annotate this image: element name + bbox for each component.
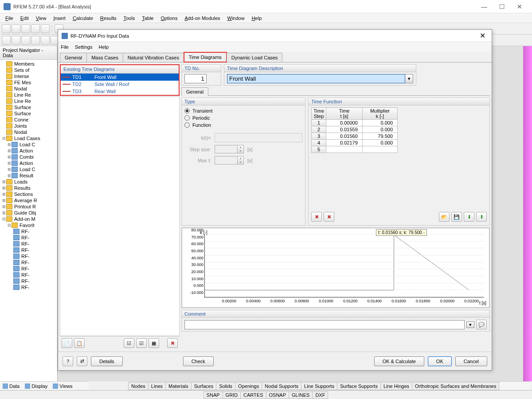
nav-item[interactable]: Line Re xyxy=(1,92,56,98)
subtab-general[interactable]: General xyxy=(181,87,208,96)
nav-load-cases[interactable]: ⊟Load Cases xyxy=(1,135,56,141)
nav-rf-item[interactable]: RF- xyxy=(1,235,56,241)
tf-save-icon[interactable]: 💾 xyxy=(451,212,462,222)
nav-rf-item[interactable]: RF- xyxy=(1,278,56,284)
comment-dropdown-icon[interactable]: ▾ xyxy=(466,321,474,328)
menu-edit[interactable]: Edit xyxy=(17,15,32,22)
radio-function[interactable]: Function xyxy=(184,121,302,129)
tf-delete-row-icon[interactable]: ✖ xyxy=(311,212,322,222)
nav-item[interactable]: Conne xyxy=(1,117,56,123)
td-no-input[interactable] xyxy=(184,74,207,83)
nav-item[interactable]: Surface xyxy=(1,104,56,110)
status-toggle[interactable]: OSNAP xyxy=(266,391,289,399)
nav-rf-item[interactable]: RF- xyxy=(1,228,56,235)
dmenu-settings[interactable]: Settings xyxy=(75,44,93,50)
comment-input[interactable] xyxy=(184,320,465,329)
bottom-tab[interactable]: Line Hinges xyxy=(380,382,412,390)
dmenu-file[interactable]: File xyxy=(61,44,69,50)
nav-rf-item[interactable]: RF- xyxy=(1,247,56,253)
nav-item[interactable]: Interse xyxy=(1,73,56,79)
tb2-icon[interactable] xyxy=(21,36,30,45)
tf-excel-export-icon[interactable]: ⬇ xyxy=(464,212,474,222)
nav-rf-item[interactable]: RF- xyxy=(1,272,56,278)
tf-row[interactable]: 30.0156079.500 xyxy=(312,133,398,140)
nav-addon[interactable]: ⊟Add-on M xyxy=(1,216,56,222)
navtab-views[interactable]: Views xyxy=(50,383,75,390)
bottom-tab[interactable]: Lines xyxy=(148,382,166,390)
navtab-data[interactable]: Data xyxy=(0,383,22,390)
checkall-icon[interactable]: ☑ xyxy=(136,338,147,348)
td-list-row[interactable]: TD3Rear Wall xyxy=(61,88,179,95)
bottom-tab[interactable]: Materials xyxy=(165,382,192,390)
nav-item[interactable]: Nodal xyxy=(1,129,56,135)
nav-item[interactable]: Line Re xyxy=(1,98,56,104)
navtab-display[interactable]: Display xyxy=(22,383,50,390)
tab-dyn-load[interactable]: Dynamic Load Cases xyxy=(227,53,283,62)
tb2-icon[interactable] xyxy=(12,36,20,45)
menu-window[interactable]: Window xyxy=(224,15,248,22)
bottom-tab[interactable]: Surfaces xyxy=(191,382,216,390)
menu-table[interactable]: Table xyxy=(138,15,157,22)
menu-view[interactable]: View xyxy=(32,15,50,22)
nav-item[interactable]: ⊞Load C xyxy=(1,166,56,172)
delete-icon[interactable]: ✖ xyxy=(167,338,178,348)
menu-options[interactable]: Options xyxy=(157,15,181,22)
nav-item[interactable]: ⊞Results xyxy=(1,185,56,191)
bottom-tab[interactable]: Solids xyxy=(216,382,235,390)
nav-item[interactable]: Joints xyxy=(1,123,56,129)
status-toggle[interactable]: GLINES xyxy=(289,391,313,399)
nav-item[interactable]: FE Mes xyxy=(1,79,56,86)
td-desc-input[interactable] xyxy=(227,74,405,83)
nav-item[interactable]: ⊞Printout R xyxy=(1,203,56,210)
bottom-tab[interactable]: Orthotropic Surfaces and Membranes xyxy=(412,382,499,390)
nav-item[interactable]: Members xyxy=(1,61,56,67)
menu-tools[interactable]: Tools xyxy=(120,15,138,22)
copy-item-icon[interactable]: 📋 xyxy=(74,338,85,348)
tb2-icon[interactable] xyxy=(41,36,50,45)
tf-row[interactable]: 10.000000.000 xyxy=(312,120,398,126)
maximize-button[interactable]: ☐ xyxy=(493,3,511,10)
minimize-button[interactable]: — xyxy=(475,3,493,10)
nav-rf-item[interactable]: RF- xyxy=(1,284,56,290)
nav-item[interactable]: ⊞Load C xyxy=(1,141,56,148)
tf-delete-all-icon[interactable]: ✖ xyxy=(324,212,334,222)
tb2-icon[interactable] xyxy=(2,36,11,45)
nav-favorit[interactable]: ⊟Favorit xyxy=(1,222,56,228)
details-button[interactable]: Details xyxy=(91,356,123,366)
tf-row[interactable]: 5 xyxy=(312,146,398,153)
comment-pick-icon[interactable]: 💬 xyxy=(476,320,487,329)
dialog-close-button[interactable]: ✕ xyxy=(477,31,488,40)
menu-addon[interactable]: Add-on Modules xyxy=(181,15,223,22)
tb-save-icon[interactable] xyxy=(21,24,30,33)
viewport-3d[interactable] xyxy=(523,46,532,381)
nav-item[interactable]: ⊞Action xyxy=(1,160,56,166)
menu-insert[interactable]: Insert xyxy=(50,15,69,22)
nav-rf-item[interactable]: RF- xyxy=(1,241,56,247)
td-list-row[interactable]: TD1Front Wall xyxy=(61,74,179,81)
tb2-icon[interactable] xyxy=(31,36,40,45)
check-icon[interactable]: ☑ xyxy=(124,338,134,348)
status-toggle[interactable]: GRID xyxy=(223,391,241,399)
bottom-tab[interactable]: Nodes xyxy=(128,382,149,390)
nav-item[interactable]: ⊞Sections xyxy=(1,191,56,197)
status-toggle[interactable]: CARTES xyxy=(240,391,266,399)
tb-saveall-icon[interactable] xyxy=(31,24,40,33)
nav-rf-item[interactable]: RF- xyxy=(1,259,56,266)
radio-periodic[interactable]: Periodic xyxy=(184,114,302,121)
nav-item[interactable]: Sets of xyxy=(1,67,56,73)
status-toggle[interactable]: DXF xyxy=(312,391,328,399)
ok-button[interactable]: OK xyxy=(428,356,452,366)
bottom-tab[interactable]: Nodal Supports xyxy=(262,382,301,390)
tab-mass-cases[interactable]: Mass Cases xyxy=(86,53,123,62)
nav-item[interactable]: ⊞Average R xyxy=(1,197,56,203)
nav-rf-item[interactable]: RF- xyxy=(1,253,56,259)
ok-calculate-button[interactable]: OK & Calculate xyxy=(374,356,424,366)
menu-file[interactable]: File xyxy=(2,15,17,22)
bottom-tab[interactable]: Surface Supports xyxy=(337,382,381,390)
nav-item[interactable]: Nodal xyxy=(1,86,56,92)
units-icon[interactable]: ⇄ xyxy=(77,356,87,366)
dmenu-help[interactable]: Help xyxy=(98,44,109,50)
menu-help[interactable]: Help xyxy=(248,15,266,22)
tab-general[interactable]: General xyxy=(60,53,87,62)
radio-transient[interactable]: Transient xyxy=(184,107,302,114)
